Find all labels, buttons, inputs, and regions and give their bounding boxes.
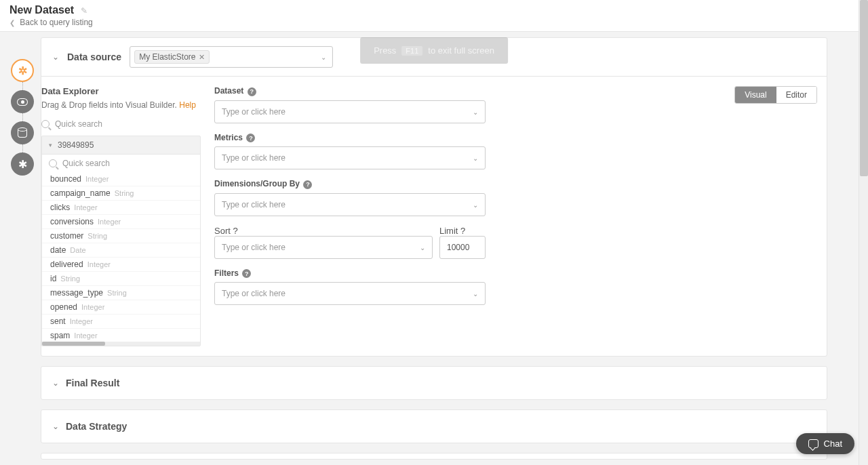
chevron-down-icon: ⌄ (473, 155, 478, 162)
tab-visual[interactable]: Visual (735, 87, 776, 103)
help-icon[interactable]: ? (248, 87, 256, 96)
data-strategy-header[interactable]: ⌄ Data Strategy (41, 410, 827, 443)
search-icon (41, 120, 50, 128)
filters-label: Filters ? (214, 268, 486, 279)
help-icon[interactable]: ? (460, 226, 465, 236)
metrics-picker[interactable]: Type or click here ⌄ (214, 146, 486, 169)
chevron-down-icon[interactable]: ⌄ (52, 52, 59, 62)
help-icon[interactable]: ? (303, 180, 312, 189)
visual-builder: Visual Editor Dataset ? Type or click he… (214, 77, 827, 356)
limit-label: Limit ? (439, 226, 465, 236)
builder-tabs: Visual Editor (734, 86, 817, 104)
quick-search-outer[interactable]: Quick search (41, 117, 201, 136)
final-result-panel: ⌄ Final Result (41, 366, 827, 400)
chevron-down-icon: ⌄ (52, 422, 59, 431)
quick-search-label: Quick search (55, 119, 102, 129)
field-item[interactable]: deliveredInteger (42, 258, 200, 272)
page-scrollbar[interactable] (859, 0, 868, 465)
explorer-hint: Drag & Drop fields into Visual Builder. … (41, 100, 201, 110)
dimensions-row: Dimensions/Group By ? Type or click here… (214, 179, 486, 216)
step-connector (22, 82, 23, 90)
field-item[interactable]: clicksInteger (42, 201, 200, 215)
field-item[interactable]: spamInteger (42, 329, 200, 342)
help-link[interactable]: Help (179, 100, 196, 110)
limit-input[interactable] (439, 236, 486, 259)
horizontal-scrollbar[interactable] (42, 342, 200, 346)
field-item[interactable]: bouncedInteger (42, 172, 200, 186)
field-group: ▾ 39849895 Quick search bouncedInteger c… (41, 136, 201, 346)
scrollbar-thumb[interactable] (42, 342, 105, 346)
builder-split: Data Explorer Drag & Drop fields into Vi… (41, 76, 827, 356)
data-source-heading: Data source (67, 52, 121, 62)
dimensions-picker[interactable]: Type or click here ⌄ (214, 193, 486, 216)
step-storage-icon[interactable] (11, 121, 34, 144)
data-source-panel: ⌄ Data source My ElasticStore ✕ ⌄ Data E… (41, 37, 827, 357)
field-item[interactable]: dateDate (42, 243, 200, 258)
chevron-down-icon: ⌄ (473, 108, 478, 115)
dimensions-label: Dimensions/Group By ? (214, 179, 486, 189)
help-icon[interactable]: ? (246, 134, 255, 142)
group-id: 39849895 (58, 140, 94, 150)
dataset-label: Dataset ? (214, 86, 486, 96)
metrics-row: Metrics ? Type or click here ⌄ (214, 133, 486, 170)
field-list[interactable]: bouncedInteger campaign_nameString click… (42, 172, 200, 342)
chevron-down-icon: ⌄ (420, 243, 425, 251)
tab-editor[interactable]: Editor (776, 87, 816, 103)
data-source-select[interactable]: My ElasticStore ✕ ⌄ (130, 46, 333, 68)
page-title: New Dataset (9, 4, 74, 16)
explorer-heading: Data Explorer (41, 86, 201, 96)
database-icon (17, 127, 28, 138)
back-label: Back to query listing (20, 18, 92, 27)
help-icon[interactable]: ? (242, 269, 251, 278)
field-item[interactable]: openedInteger (42, 300, 200, 315)
chat-label: Chat (824, 439, 842, 449)
step-connector (22, 144, 23, 153)
step-connector (22, 113, 23, 121)
data-strategy-panel: ⌄ Data Strategy (41, 409, 827, 443)
help-icon[interactable]: ? (233, 226, 237, 236)
field-item[interactable]: customerString (42, 229, 200, 243)
field-item[interactable]: campaign_nameString (42, 186, 200, 201)
dataset-row: Dataset ? Type or click here ⌄ (214, 86, 486, 123)
chip-label: My ElasticStore (139, 52, 195, 62)
back-link[interactable]: ❮ Back to query listing (9, 18, 859, 27)
chat-button[interactable]: Chat (796, 433, 854, 454)
sort-picker[interactable]: Type or click here ⌄ (214, 236, 433, 259)
scrollbar-thumb[interactable] (860, 0, 868, 176)
final-result-header[interactable]: ⌄ Final Result (41, 367, 827, 399)
metrics-label: Metrics ? (214, 133, 486, 143)
field-item[interactable]: idString (42, 272, 200, 286)
search-icon (49, 159, 57, 167)
eye-icon (17, 96, 28, 107)
chevron-down-icon: ⌄ (52, 378, 59, 388)
triangle-down-icon: ▾ (49, 142, 52, 148)
limit-field[interactable] (447, 243, 478, 252)
quick-search-inner[interactable]: Quick search (42, 155, 200, 172)
top-bar: New Dataset ✎ ❮ Back to query listing (0, 0, 868, 32)
step-preview-icon[interactable] (11, 90, 34, 113)
gear-icon (17, 159, 28, 169)
chat-icon (808, 439, 818, 448)
field-item[interactable]: conversionsInteger (42, 215, 200, 229)
final-result-heading: Final Result (66, 378, 119, 388)
content-area: ✲ Press F11 to exit full screen ⌄ Data s… (0, 32, 868, 465)
field-group-header[interactable]: ▾ 39849895 (42, 136, 200, 154)
data-source-chip: My ElasticStore ✕ (134, 50, 209, 64)
field-item[interactable]: sentInteger (42, 315, 200, 329)
data-strategy-heading: Data Strategy (66, 421, 127, 432)
data-explorer: Data Explorer Drag & Drop fields into Vi… (41, 77, 201, 356)
chip-remove-icon[interactable]: ✕ (199, 53, 205, 62)
step-source-icon[interactable]: ✲ (11, 59, 34, 82)
field-group-body: Quick search bouncedInteger campaign_nam… (42, 154, 200, 346)
chevron-left-icon: ❮ (9, 19, 15, 26)
quick-search-label2: Quick search (62, 159, 110, 168)
field-item[interactable]: message_typeString (42, 286, 200, 300)
data-source-header: ⌄ Data source My ElasticStore ✕ ⌄ (41, 38, 827, 76)
sort-label: Sort ? (214, 226, 238, 236)
step-settings-icon[interactable] (11, 153, 34, 176)
filters-row: Filters ? Type or click here ⌄ (214, 268, 486, 306)
dataset-picker[interactable]: Type or click here ⌄ (214, 100, 486, 123)
chevron-down-icon: ⌄ (473, 201, 478, 208)
edit-title-icon[interactable]: ✎ (81, 6, 87, 16)
filters-picker[interactable]: Type or click here ⌄ (214, 282, 486, 305)
